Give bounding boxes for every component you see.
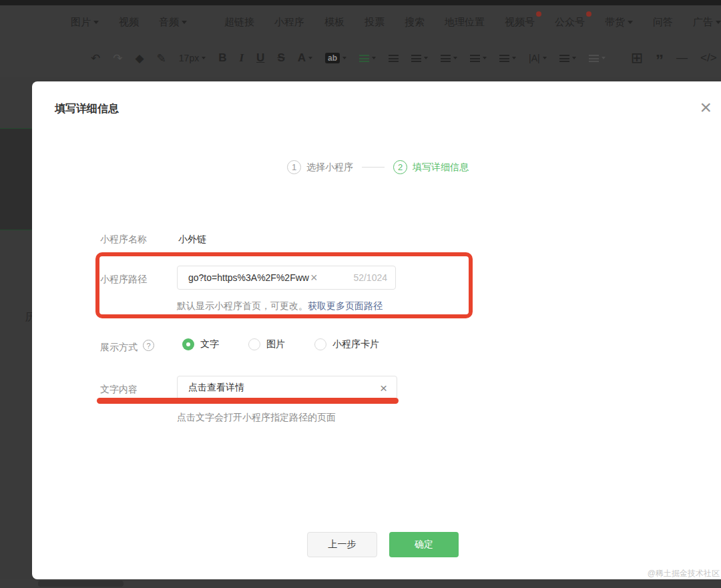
menu-item-label: 音频: [159, 16, 179, 29]
underline-glyph: U: [256, 51, 264, 65]
underline-button[interactable]: U: [256, 51, 264, 65]
line-spacing-dropdown[interactable]: [359, 55, 376, 62]
miniprogram-name-label: 小程序名称: [100, 234, 147, 246]
window-top-strip: [0, 0, 721, 5]
format-toolbar: ↶ ↷ ◆ ✎ 17px B I U S A ab |A| ⊞ ” — </> …: [0, 39, 721, 77]
get-more-paths-link[interactable]: 获取更多页面路径: [308, 300, 383, 311]
indent-icon: [389, 55, 399, 62]
step-fill-details: 2 填写详细信息: [393, 160, 469, 174]
chevron-down-icon: [182, 21, 187, 24]
list-dropdown[interactable]: [559, 55, 576, 62]
menu-item-vote[interactable]: 投票: [365, 16, 385, 29]
chevron-down-icon: [716, 21, 721, 24]
menu-item-label: 小程序: [274, 16, 304, 29]
confirm-button[interactable]: 确定: [389, 532, 459, 557]
chevron-down-icon: [483, 57, 487, 59]
text-input-value: 点击查看详情: [188, 382, 244, 394]
radio-unselected-icon[interactable]: [248, 338, 260, 350]
miniprogram-path-label: 小程序路径: [100, 274, 147, 286]
text-content-input[interactable]: 点击查看详情 ×: [177, 376, 397, 400]
bold-glyph: B: [218, 51, 226, 65]
outdent-dropdown[interactable]: [411, 55, 428, 62]
menu-item-audio[interactable]: 音频: [159, 16, 187, 29]
menu-item-channels[interactable]: 视频号: [505, 16, 535, 29]
paragraph-spacing-dropdown[interactable]: [499, 55, 516, 62]
radio-label: 小程序卡片: [332, 338, 379, 350]
insert-card-icon: [589, 55, 599, 62]
insert-card-dropdown[interactable]: [589, 55, 606, 62]
undo-icon[interactable]: ↶: [91, 51, 100, 65]
menu-item-label: 视频: [119, 16, 139, 29]
chevron-down-icon: [602, 57, 606, 59]
menu-item-ads[interactable]: 广告: [693, 16, 721, 29]
vertical-align-dropdown[interactable]: [441, 55, 457, 62]
indent-button[interactable]: [389, 55, 399, 62]
menu-item-location[interactable]: 地理位置: [445, 16, 485, 29]
font-size-dropdown[interactable]: 17px: [179, 53, 206, 63]
font-color-glyph: A: [298, 51, 306, 65]
previous-step-button[interactable]: 上一步: [307, 532, 377, 557]
display-mode-options: 文字 图片 小程序卡片: [182, 338, 379, 350]
menu-item-label: 投票: [365, 16, 385, 29]
menu-item-search[interactable]: 搜索: [405, 16, 425, 29]
text-content-label: 文字内容: [100, 384, 138, 396]
strikethrough-glyph: S: [277, 51, 284, 65]
watermark: @稀土掘金技术社区: [648, 568, 720, 579]
step-number: 1: [287, 160, 301, 174]
step-label: 填写详细信息: [413, 162, 469, 174]
miniprogram-name-value: 小外链: [178, 234, 206, 246]
chevron-down-icon: [372, 57, 376, 59]
miniprogram-path-input[interactable]: go?to=https%3A%2F%2Fww × 52/1024: [177, 266, 396, 290]
highlight-dropdown[interactable]: ab: [325, 53, 346, 63]
radio-selected-icon[interactable]: [182, 338, 194, 350]
bottom-bar: [0, 579, 721, 588]
radio-option-card[interactable]: 小程序卡片: [314, 338, 379, 350]
italic-button[interactable]: I: [239, 51, 244, 65]
menu-item-goods[interactable]: 带货: [605, 16, 633, 29]
menu-item-images[interactable]: 图片: [71, 16, 99, 29]
path-help-label: 默认显示小程序首页，可更改。: [177, 300, 308, 311]
blockquote-icon[interactable]: ”: [656, 52, 664, 64]
list-icon: [559, 55, 569, 62]
menu-item-official-account[interactable]: 公众号: [555, 16, 585, 29]
horizontal-rule-icon[interactable]: —: [676, 51, 688, 65]
dialog-title: 填写详细信息: [55, 102, 119, 116]
menu-item-label: 视频号: [505, 16, 535, 29]
letter-spacing-dropdown[interactable]: |A|: [529, 53, 547, 63]
chevron-down-icon: [342, 57, 346, 59]
menu-item-qa[interactable]: 问答: [653, 16, 673, 29]
menu-item-label: 图片: [71, 16, 91, 29]
bold-button[interactable]: B: [218, 51, 226, 65]
notification-dot-icon: [586, 11, 591, 17]
chevron-down-icon: [424, 57, 428, 59]
chevron-down-icon: [543, 57, 547, 59]
align-dropdown[interactable]: [470, 55, 487, 62]
help-question-icon[interactable]: ?: [143, 340, 154, 351]
radio-unselected-icon[interactable]: [314, 338, 326, 350]
radio-option-image[interactable]: 图片: [248, 338, 285, 350]
strikethrough-button[interactable]: S: [277, 51, 284, 65]
menu-item-hyperlink[interactable]: 超链接: [224, 16, 254, 29]
clear-input-icon[interactable]: ×: [380, 382, 387, 394]
miniprogram-detail-dialog: 填写详细信息 × 1 选择小程序 2 填写详细信息 小程序名称 小外链 小程序路…: [32, 81, 721, 579]
vertical-align-icon: [441, 55, 451, 62]
table-icon[interactable]: ⊞: [631, 51, 643, 65]
close-icon[interactable]: ×: [700, 97, 712, 117]
radio-option-text[interactable]: 文字: [182, 338, 219, 350]
format-painter-icon[interactable]: ✎: [157, 51, 166, 65]
clear-format-icon[interactable]: ◆: [136, 51, 144, 65]
step-label: 选择小程序: [306, 162, 353, 174]
font-color-dropdown[interactable]: A: [298, 51, 312, 65]
step-number: 2: [393, 160, 407, 174]
clear-input-icon[interactable]: ×: [310, 272, 318, 284]
menu-item-template[interactable]: 模板: [324, 16, 344, 29]
chevron-down-icon: [512, 57, 516, 59]
editor-selection-block: [0, 128, 32, 230]
horizontal-scrollbar[interactable]: [38, 581, 124, 587]
notification-dot-icon: [536, 11, 541, 17]
redo-icon[interactable]: ↷: [113, 51, 122, 65]
code-icon[interactable]: </>: [700, 51, 717, 65]
menu-item-video[interactable]: 视频: [119, 16, 139, 29]
character-counter: 52/1024: [353, 272, 387, 283]
menu-item-miniprogram[interactable]: 小程序: [274, 16, 304, 29]
